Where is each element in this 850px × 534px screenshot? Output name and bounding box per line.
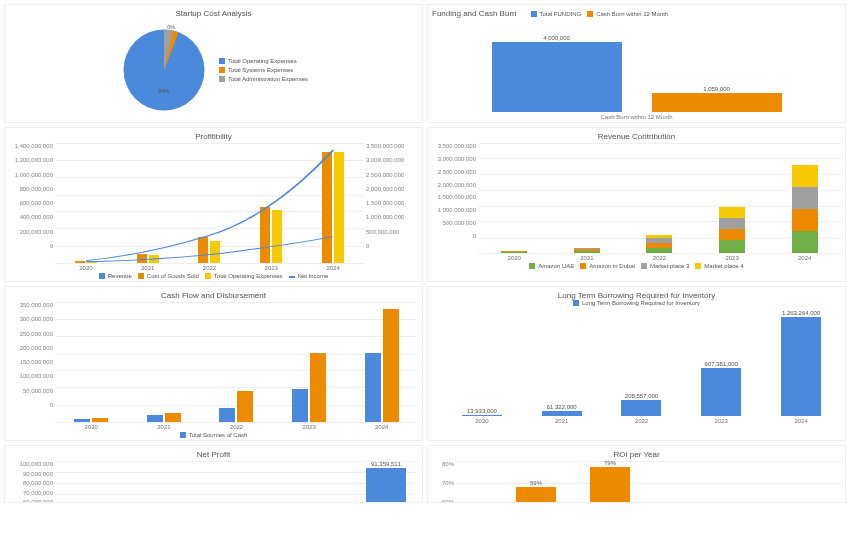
y-axis: 100,000,00090,000,00080,000,00070,000,00…: [11, 461, 53, 503]
legend-item: Cost of Goods Sold: [138, 273, 199, 279]
chart-cash-flow: Cash Flow and Disbursement 350,000,00030…: [4, 286, 423, 441]
legend-item: Total Administration Expenses: [219, 76, 308, 82]
legend-item: Total Sources of Cash: [180, 432, 248, 438]
legend-item: Total Operating Expenses: [205, 273, 283, 279]
chart-title: Startup Cost Analysis: [9, 9, 418, 18]
stack-2023: [719, 207, 745, 253]
legend-item: Market place 3: [641, 263, 689, 269]
chart-funding-cash-burn: Funding and Cash Burn Total FUNDING Cash…: [427, 4, 846, 123]
y-axis-right: 3,500,000,0003,000,000,0002,500,000,0002…: [366, 143, 416, 249]
chart-revenue-contribution: Revenue Contribution 3,500,000,0003,000,…: [427, 127, 846, 282]
legend-item: Total Operating Expenses: [219, 58, 308, 64]
chart-net-profit: Net Profit 100,000,00090,000,00080,000,0…: [4, 445, 423, 503]
chart-title: Profitibility: [9, 132, 418, 141]
legend-item: Total Systems Expenses: [219, 67, 308, 73]
chart-long-term-borrowing: Long Term Borrowing Required for Invento…: [427, 286, 846, 441]
legend-item: Amazon in Dubai: [580, 263, 635, 269]
stack-2020: [501, 251, 527, 253]
chart-startup-cost: Startup Cost Analysis 94% 0% Total Opera…: [4, 4, 423, 123]
pie-icon: 94% 0%: [119, 25, 209, 115]
y-axis: 350,000,000300,000,000250,000,000200,000…: [11, 302, 53, 408]
legend-item: Market place 4: [695, 263, 743, 269]
chart-profitability: Profitibility 1,400,000,0001,200,000,000…: [4, 127, 423, 282]
chart-title: ROI per Year: [432, 450, 841, 459]
y-axis: 80%70%60%: [434, 461, 454, 503]
chart-title: Long Term Borrowing Required for Invento…: [432, 291, 841, 300]
chart-title: Funding and Cash Burn: [432, 9, 517, 18]
y-axis-left: 1,400,000,0001,200,000,0001,000,000,0008…: [11, 143, 53, 249]
y-axis: 3,500,000,0003,000,000,0002,500,000,0002…: [434, 143, 476, 239]
svg-text:0%: 0%: [167, 25, 175, 30]
legend-item: Net Income: [289, 273, 329, 279]
legend-item: Total FUNDING: [531, 11, 582, 17]
chart-roi-per-year: ROI per Year 80%70%60% 59% 79%: [427, 445, 846, 503]
legend-item: Cash Burn within 12 Month: [587, 11, 668, 17]
stack-2021: [574, 248, 600, 253]
stack-2024: [792, 165, 818, 253]
chart-title: Revenue Contribution: [432, 132, 841, 141]
bar-total-funding: 4,000,000: [492, 35, 622, 112]
svg-text:94%: 94%: [159, 88, 170, 94]
line-overlay: [55, 143, 364, 263]
chart-title: Cash Flow and Disbursement: [9, 291, 418, 300]
legend-item: Revenue: [99, 273, 132, 279]
legend-item: Amazon UAE: [529, 263, 574, 269]
stack-2022: [646, 235, 672, 253]
bar-cash-burn: 1,059,000: [652, 86, 782, 112]
chart-title: Net Profit: [9, 450, 418, 459]
